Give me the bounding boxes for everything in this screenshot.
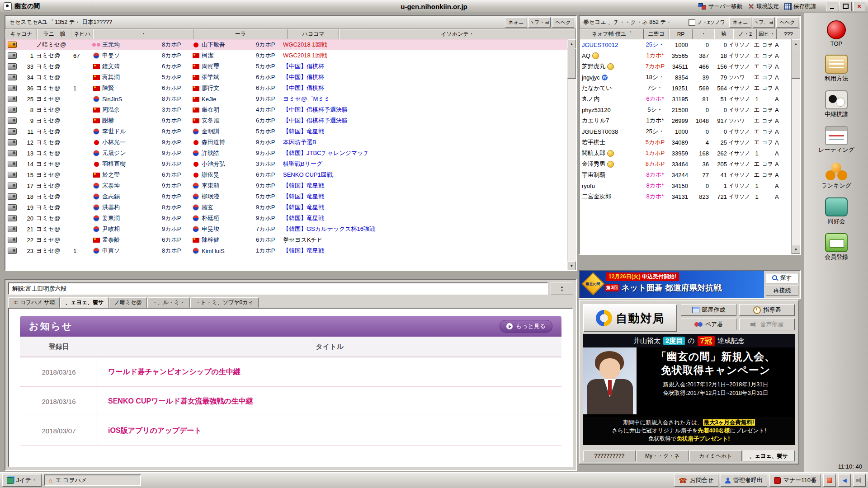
sidebar-item-ranking[interactable]: ランキング: [804, 162, 868, 190]
games-col-count[interactable]: ネヒハ: [71, 29, 93, 39]
left-tab-3[interactable]: ・、ル・ミ・: [147, 297, 190, 308]
home-location-box[interactable]: ⌂ エ コヲハメ: [44, 474, 141, 486]
back-mini-button[interactable]: ◀: [838, 474, 851, 487]
player-row[interactable]: AQ1カホ*3556538718イサソノエコヲA: [580, 50, 791, 61]
teaching-game-button[interactable]: 指導碁: [739, 304, 795, 316]
player-row[interactable]: 芝野虎丸7カホP34511466156イサソノエコヲA: [580, 61, 791, 72]
guide-button[interactable]: Jイテ・: [2, 474, 42, 487]
game-row[interactable]: 14ヨミセ@羽根直樹9カホP小池芳弘3カホP棋聖戦Bリーグ: [5, 159, 567, 169]
player-row[interactable]: 若手棋士5カホP34089425イサソノエコヲA: [580, 137, 791, 148]
alert-mini-button[interactable]: [823, 474, 836, 487]
games-scrollbar[interactable]: ▲ ▼: [567, 39, 576, 270]
game-row[interactable]: 18ヨミセ@金志錫9カホP柳珉瀅5カホP【韓国】竜星戦: [5, 191, 567, 202]
call-admin-button[interactable]: 管理者呼出: [721, 474, 767, 487]
auto-match-button[interactable]: 自動対局: [583, 304, 677, 332]
game-row[interactable]: 8ヨミセ@周泓余3カホP厳在明4カホP【中国】倡棋杯予選決勝: [5, 104, 567, 115]
scroll-up-icon[interactable]: ▲: [792, 39, 800, 48]
news-link[interactable]: SENKO CUPワールド碁女流最強戦の生中継: [98, 387, 562, 416]
games-col-watch[interactable]: キャコナ: [5, 29, 37, 39]
reconnect-button[interactable]: 再接続: [766, 286, 798, 296]
restore-button[interactable]: [840, 2, 852, 11]
players-scrollbar[interactable]: ▲ ▼: [791, 39, 800, 254]
left-tab-1[interactable]: 、ェヨェ、鬢サ: [60, 297, 108, 308]
player-row[interactable]: JGUEST001225シ・100000イサソノエコヲA: [580, 39, 791, 50]
game-row[interactable]: 33ヨミセ@鐘文靖6カホP周賀璽5カホP【中国】倡棋杯: [5, 61, 567, 72]
pair-go-button[interactable]: ペア碁: [681, 319, 736, 330]
event-banner-ad[interactable]: 幽玄の間 12月26日(火) 申込受付開始! 第3回 ネット囲碁 都道府県対抗戦: [580, 271, 764, 298]
games-col-white[interactable]: ーラ: [193, 29, 288, 39]
player-row[interactable]: 関航太郎1カホP33959168262イサソノ1A: [580, 148, 791, 159]
voice-room-button[interactable]: 音声部屋: [739, 319, 795, 330]
close-button[interactable]: ×: [853, 2, 865, 11]
news-row[interactable]: 2018/03/16SENKO CUPワールド碁女流最強戦の生中継: [20, 387, 561, 416]
left-tab-4[interactable]: ・ト・ミ、ソヷヤ0カィ: [190, 297, 259, 308]
players-col-name[interactable]: ネォフ輔 僕ユ゜: [580, 29, 644, 39]
player-row[interactable]: jngvjycW18シ・83543979ソハワエコヲA: [580, 72, 791, 83]
game-row[interactable]: 36ヨミセ@1陳賢6カホP廖行文6カホP【中国】倡棋杯: [5, 83, 567, 94]
player-row[interactable]: カエサル71カホ*269991048917ソハワエコヲA: [580, 115, 791, 126]
news-row[interactable]: 2018/03/16ワールド碁チャンピオンシップの生中継: [20, 357, 561, 387]
games-col-black[interactable]: ・: [93, 29, 193, 39]
game-row[interactable]: 1ヨミセ@67申旻ソ8カホP柯潔9カホPWGC2018 1回戦: [5, 50, 567, 61]
game-row[interactable]: 34ヨミセ@蒋其潤5カホP張学斌6カホP【中国】倡棋杯: [5, 72, 567, 83]
player-row[interactable]: ryofu8カホ*3415001イサソノ1A: [580, 180, 791, 191]
left-tab-2[interactable]: ノ暗ミセ@: [109, 297, 146, 308]
sidebar-item-club[interactable]: 同好会: [804, 197, 868, 225]
players-col-rank[interactable]: 二盥ヨ: [644, 29, 669, 39]
expand-button[interactable]: ▲▼: [551, 282, 573, 295]
right-tab-1[interactable]: My・・ク・ネ: [637, 450, 689, 461]
games-col-result[interactable]: ハヨコマ: [288, 29, 339, 39]
right-tab-0[interactable]: ??????????: [583, 450, 636, 461]
game-row[interactable]: 21ヨミセ@尹畋相9カホP申旻埈7カホP【韓国】GSカルテックス杯16強戦: [5, 224, 567, 235]
game-row[interactable]: 12ヨミセ@小林光一9カホP森田道博9カホP本因坊予選B: [5, 137, 567, 148]
sound-checkbox[interactable]: [689, 19, 695, 26]
players-col-net[interactable]: ノ・z: [733, 29, 757, 39]
server-move-button[interactable]: サーバー移動: [698, 3, 742, 10]
game-row[interactable]: 22ヨミセ@孟泰齢6カホP陳梓健6カホP拳セヨスKチヒ: [5, 235, 567, 245]
players-col-misc[interactable]: ???: [777, 29, 800, 39]
sidebar-item-register[interactable]: 会員登録: [804, 233, 868, 261]
minimize-button[interactable]: [826, 2, 838, 11]
game-row[interactable]: 23ヨミセ@1申真ソ8カホPKimHuiS1カホP【韓国】竜星戦: [5, 245, 567, 256]
scroll-thumb[interactable]: [792, 49, 800, 79]
search-button[interactable]: 探す: [766, 273, 798, 283]
games-help-button[interactable]: ヘヘク: [552, 17, 574, 28]
game-row[interactable]: 11ヨミセ@李世ドル9カホP金明訓5カホP【韓国】竜星戦: [5, 126, 567, 137]
game-row[interactable]: 19ヨミセ@洪基杓8カホP羅玄9カホP【韓国】竜星戦: [5, 202, 567, 213]
create-room-button[interactable]: 部屋作成: [681, 304, 736, 316]
player-row[interactable]: JGUEST003825シ・100000イサソノエコヲA: [580, 126, 791, 137]
player-row[interactable]: 二宮金次郎8カホ*34131823721イサソノ1A: [580, 191, 791, 202]
scroll-thumb[interactable]: [567, 49, 576, 79]
contact-button[interactable]: ☎ お問合せ: [674, 474, 718, 487]
game-row[interactable]: 17ヨミセ@宋泰坤9カホP李東勲9カホP【韓国】竜星戦: [5, 180, 567, 191]
left-tab-0[interactable]: エ コヲハメ サ晴: [8, 297, 60, 308]
scroll-up-icon[interactable]: ▲: [567, 39, 576, 48]
player-row[interactable]: たなかてい7シ・19251569564イサソノエコヲA: [580, 83, 791, 94]
players-update-button[interactable]: ネォニ: [729, 17, 751, 28]
player-row[interactable]: 宇宙制覇8カホ*342447741イサソノエコヲA: [580, 169, 791, 180]
game-row[interactable]: 9ヨミセ@謝赫9カホP安冬旭6カホP【中国】倡棋杯予選決勝: [5, 115, 567, 126]
players-help-button[interactable]: ヘヘク: [776, 17, 798, 28]
campaign-banner[interactable]: 井山裕太 2度目 の 7冠 達成記念 「幽玄の間」新規入会、 免状取得キャンペー…: [583, 334, 795, 445]
news-row[interactable]: 2018/03/07iOS版アプリのアップデート: [20, 416, 561, 446]
game-row[interactable]: ノ暗ミセ@王元均8カホP山下敬吾9カホPWGC2018 1回戦: [5, 39, 567, 50]
player-row[interactable]: phyz531205シ・2150000イサソノエコヲA: [580, 104, 791, 115]
games-col-event[interactable]: イソホンテ・: [339, 29, 576, 39]
games-update-button[interactable]: ネォニ: [505, 17, 527, 28]
saved-records-button[interactable]: 保存棋譜: [784, 3, 816, 10]
player-row[interactable]: 金澤秀男8カホP3346436205イサソノエコヲA: [580, 159, 791, 169]
sidebar-item-top[interactable]: TOP: [804, 20, 868, 47]
commentary-input[interactable]: 解説:富士田明彦六段: [8, 282, 548, 295]
player-row[interactable]: 丸ノ内6カホ*311958151イサソノ1A: [580, 94, 791, 104]
games-col-status[interactable]: ラニ゙腺: [37, 29, 71, 39]
scroll-down-icon[interactable]: ▼: [792, 245, 800, 254]
games-view-button[interactable]: ヽヲ・ヨ: [528, 17, 551, 28]
game-row[interactable]: 13ヨミセ@元晟ジン9カホP許映皓9カホP【韓国】JTBCチャレンジマッチ: [5, 148, 567, 159]
game-row[interactable]: 20ヨミセ@姜東潤9カホP朴廷桓9カホP【韓国】竜星戦: [5, 213, 567, 224]
scroll-down-icon[interactable]: ▼: [567, 261, 576, 270]
more-button[interactable]: もっと見る: [500, 320, 552, 333]
manner-110-button[interactable]: マナー110番: [769, 474, 821, 487]
players-col-wins[interactable]: ・: [693, 29, 714, 39]
game-row[interactable]: 25ヨミセ@SinJinS8カホPKeJie9カホPヨミセ@゜Mミミ: [5, 94, 567, 104]
players-col-rp[interactable]: RP: [669, 29, 693, 39]
